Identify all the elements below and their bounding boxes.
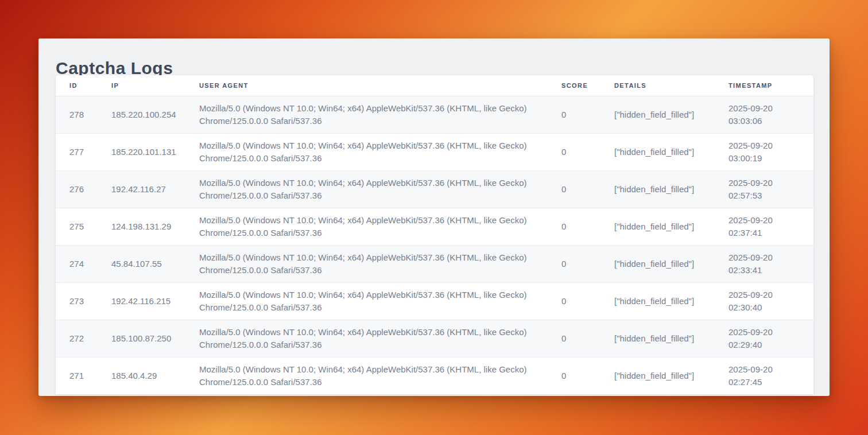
cell-score: 0	[561, 171, 614, 208]
cell-score: 0	[561, 283, 614, 320]
cell-score-text: 0	[561, 220, 614, 233]
cell-timestamp: 2025-09-20 02:27:45	[728, 358, 813, 395]
table-body: 278185.220.100.254Mozilla/5.0 (Windows N…	[56, 96, 813, 395]
column-header-ip: IP	[111, 75, 199, 96]
table-header-row: ID IP USER AGENT SCORE DETAILS TIMESTAMP	[56, 75, 813, 96]
cell-ip: 185.220.100.254	[111, 96, 199, 134]
cell-score-text: 0	[561, 332, 614, 345]
cell-ip-text: 192.42.116.215	[111, 295, 199, 308]
cell-user_agent-text: Mozilla/5.0 (Windows NT 10.0; Win64; x64…	[199, 326, 541, 351]
cell-score-text: 0	[561, 108, 614, 121]
cell-user_agent: Mozilla/5.0 (Windows NT 10.0; Win64; x64…	[199, 246, 561, 283]
cell-id: 273	[56, 283, 111, 320]
cell-id: 276	[56, 171, 111, 208]
cell-user_agent-text: Mozilla/5.0 (Windows NT 10.0; Win64; x64…	[199, 177, 541, 202]
cell-details-text: ["hidden_field_filled"]	[614, 332, 728, 345]
cell-user_agent-text: Mozilla/5.0 (Windows NT 10.0; Win64; x64…	[199, 289, 541, 314]
cell-timestamp-text: 2025-09-20 02:37:41	[728, 214, 802, 239]
cell-details-text: ["hidden_field_filled"]	[614, 146, 728, 158]
cell-timestamp: 2025-09-20 02:29:40	[728, 320, 813, 358]
cell-details: ["hidden_field_filled"]	[614, 96, 728, 134]
cell-timestamp: 2025-09-20 02:33:41	[728, 246, 813, 283]
cell-id-text: 271	[69, 370, 111, 382]
cell-id-text: 275	[69, 220, 111, 233]
cell-id: 277	[56, 134, 111, 171]
cell-id-text: 274	[69, 258, 111, 270]
cell-details: ["hidden_field_filled"]	[614, 246, 728, 283]
cell-user_agent: Mozilla/5.0 (Windows NT 10.0; Win64; x64…	[199, 171, 561, 208]
cell-ip: 185.40.4.29	[111, 358, 199, 395]
logs-table-container: ID IP USER AGENT SCORE DETAILS TIMESTAMP…	[56, 75, 813, 394]
table-row: 27445.84.107.55Mozilla/5.0 (Windows NT 1…	[56, 246, 813, 283]
cell-ip-text: 124.198.131.29	[111, 220, 199, 233]
cell-score-text: 0	[561, 146, 614, 158]
cell-timestamp-text: 2025-09-20 02:29:40	[728, 326, 802, 351]
table-row: 278185.220.100.254Mozilla/5.0 (Windows N…	[56, 96, 813, 134]
cell-details-text: ["hidden_field_filled"]	[614, 220, 728, 233]
cell-score: 0	[561, 208, 614, 246]
cell-details-text: ["hidden_field_filled"]	[614, 370, 728, 382]
cell-details: ["hidden_field_filled"]	[614, 358, 728, 395]
table-row: 276192.42.116.27Mozilla/5.0 (Windows NT …	[56, 171, 813, 208]
table-row: 272185.100.87.250Mozilla/5.0 (Windows NT…	[56, 320, 813, 358]
cell-id-text: 278	[69, 108, 111, 121]
cell-ip: 192.42.116.27	[111, 171, 199, 208]
cell-details: ["hidden_field_filled"]	[614, 134, 728, 171]
cell-ip: 185.100.87.250	[111, 320, 199, 358]
cell-score-text: 0	[561, 370, 614, 382]
logs-table: ID IP USER AGENT SCORE DETAILS TIMESTAMP…	[56, 75, 813, 394]
cell-score: 0	[561, 246, 614, 283]
cell-timestamp: 2025-09-20 02:37:41	[728, 208, 813, 246]
cell-score: 0	[561, 134, 614, 171]
cell-timestamp-text: 2025-09-20 03:00:19	[728, 139, 802, 165]
cell-user_agent: Mozilla/5.0 (Windows NT 10.0; Win64; x64…	[199, 134, 561, 171]
cell-details: ["hidden_field_filled"]	[614, 320, 728, 358]
cell-details-text: ["hidden_field_filled"]	[614, 295, 728, 308]
cell-id: 274	[56, 246, 111, 283]
cell-ip: 185.220.101.131	[111, 134, 199, 171]
cell-id: 278	[56, 96, 111, 134]
cell-user_agent-text: Mozilla/5.0 (Windows NT 10.0; Win64; x64…	[199, 363, 541, 389]
cell-score-text: 0	[561, 183, 614, 196]
cell-timestamp-text: 2025-09-20 02:27:45	[728, 363, 802, 389]
cell-details-text: ["hidden_field_filled"]	[614, 108, 728, 121]
cell-id: 272	[56, 320, 111, 358]
cell-user_agent-text: Mozilla/5.0 (Windows NT 10.0; Win64; x64…	[199, 214, 541, 239]
cell-score: 0	[561, 96, 614, 134]
cell-score-text: 0	[561, 258, 614, 270]
cell-details-text: ["hidden_field_filled"]	[614, 258, 728, 270]
table-row: 271185.40.4.29Mozilla/5.0 (Windows NT 10…	[56, 358, 813, 395]
cell-timestamp-text: 2025-09-20 02:33:41	[728, 251, 802, 277]
cell-ip: 124.198.131.29	[111, 208, 199, 246]
column-header-score: SCORE	[561, 75, 614, 96]
column-header-timestamp: TIMESTAMP	[728, 75, 813, 96]
cell-details-text: ["hidden_field_filled"]	[614, 183, 728, 196]
cell-timestamp-text: 2025-09-20 02:57:53	[728, 177, 802, 202]
cell-user_agent: Mozilla/5.0 (Windows NT 10.0; Win64; x64…	[199, 283, 561, 320]
cell-user_agent: Mozilla/5.0 (Windows NT 10.0; Win64; x64…	[199, 320, 561, 358]
column-header-id: ID	[56, 75, 111, 96]
cell-ip-text: 185.220.100.254	[111, 108, 199, 121]
cell-timestamp-text: 2025-09-20 02:30:40	[728, 289, 802, 314]
table-row: 275124.198.131.29Mozilla/5.0 (Windows NT…	[56, 208, 813, 246]
cell-timestamp: 2025-09-20 02:30:40	[728, 283, 813, 320]
cell-timestamp-text: 2025-09-20 03:03:06	[728, 102, 802, 127]
cell-id: 275	[56, 208, 111, 246]
cell-timestamp: 2025-09-20 03:03:06	[728, 96, 813, 134]
captcha-logs-card: Captcha Logs ID IP USER AGENT SCORE DETA…	[38, 38, 830, 396]
cell-score: 0	[561, 358, 614, 395]
cell-ip-text: 185.100.87.250	[111, 332, 199, 345]
column-header-user-agent: USER AGENT	[199, 75, 561, 96]
cell-timestamp: 2025-09-20 02:57:53	[728, 171, 813, 208]
cell-id-text: 272	[69, 332, 111, 345]
cell-user_agent: Mozilla/5.0 (Windows NT 10.0; Win64; x64…	[199, 96, 561, 134]
cell-score: 0	[561, 320, 614, 358]
cell-ip: 192.42.116.215	[111, 283, 199, 320]
table-header: ID IP USER AGENT SCORE DETAILS TIMESTAMP	[56, 75, 813, 96]
cell-id: 271	[56, 358, 111, 395]
cell-id-text: 273	[69, 295, 111, 308]
cell-user_agent-text: Mozilla/5.0 (Windows NT 10.0; Win64; x64…	[199, 102, 541, 127]
cell-id-text: 276	[69, 183, 111, 196]
cell-id-text: 277	[69, 146, 111, 158]
column-header-details: DETAILS	[614, 75, 728, 96]
